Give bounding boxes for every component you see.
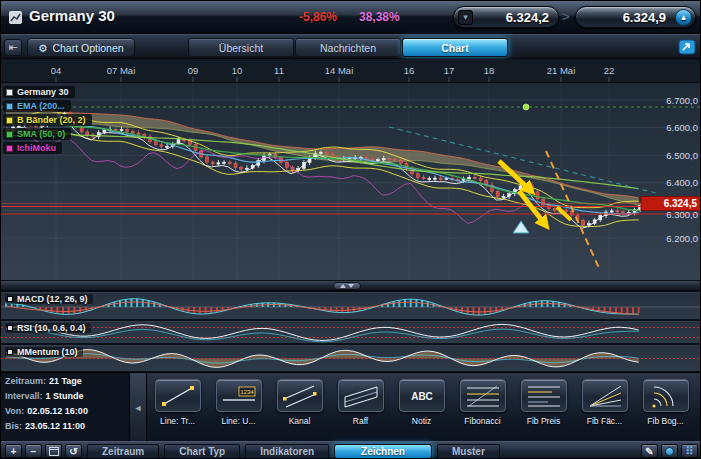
dots-grid-icon: ⠿: [685, 445, 693, 458]
svg-text:6.700,0: 6.700,0: [666, 95, 698, 106]
svg-text:07 Mai: 07 Mai: [107, 65, 136, 76]
range-info: Zeitraum:21 Tage Intervall:1 Stunde Von:…: [5, 376, 129, 436]
svg-text:6.500,0: 6.500,0: [666, 150, 698, 161]
tab-indikatoren[interactable]: Indikatoren: [245, 444, 329, 459]
tab-zeitraum[interactable]: Zeitraum: [87, 444, 159, 459]
minus-icon: −: [31, 446, 37, 457]
sell-price-button[interactable]: ▼ 6.324,2: [453, 6, 559, 28]
tab-uebersicht[interactable]: Übersicht: [188, 38, 294, 57]
rsi-panel[interactable]: RSI (10, 0.6, 0.4): [1, 320, 701, 343]
fib-fan-icon: [585, 383, 625, 409]
chart-legend: Germany 30 EMA (200... B Bänder (20, 2) …: [3, 86, 92, 154]
macd-panel[interactable]: MACD (12, 26, 9): [1, 291, 701, 319]
pencil-button[interactable]: ✎: [641, 444, 658, 458]
info-zeitraum: Zeitraum:21 Tage: [5, 376, 129, 391]
drawing-tools-strip: ◄ Line: Tr... 1234 Line: U...: [129, 373, 701, 442]
series-swatch: [6, 89, 13, 96]
svg-text:18: 18: [484, 65, 495, 76]
fibonacci-icon: [463, 383, 503, 409]
info-bis: Bis:23.05.12 11:00: [5, 421, 129, 436]
svg-text:22: 22: [604, 65, 615, 76]
tool-raff-channel[interactable]: Raff: [330, 373, 391, 442]
tool-fib-fan[interactable]: Fib Fäc...: [574, 373, 635, 442]
color-swatch-button[interactable]: [661, 444, 678, 458]
momentum-label: MMentum (10): [5, 347, 83, 357]
chart-canvas[interactable]: [1, 59, 701, 280]
svg-text:17: 17: [444, 65, 455, 76]
bottom-section: Zeitraum:21 Tage Intervall:1 Stunde Von:…: [1, 372, 701, 441]
buy-price-button[interactable]: 6.324,9 ▲: [575, 6, 696, 28]
chevron-down-icon: ▼: [458, 10, 473, 25]
info-intervall: Intervall:1 Stunde: [5, 391, 129, 406]
panel-divider[interactable]: [1, 280, 701, 291]
svg-text:6.324,5: 6.324,5: [664, 198, 698, 209]
calendar-button[interactable]: [45, 444, 62, 458]
level-line-icon: 1234: [219, 383, 259, 409]
chart-options-button[interactable]: ⚙ Chart Optionen: [27, 38, 135, 57]
fib-price-icon: [524, 383, 564, 409]
svg-text:04: 04: [51, 65, 62, 76]
popout-icon[interactable]: [678, 39, 696, 55]
scroll-left-icon: ◄: [134, 403, 143, 413]
refresh-button[interactable]: ↺: [65, 444, 82, 458]
tab-muster[interactable]: Muster: [437, 444, 500, 459]
gear-icon: ⚙: [38, 42, 47, 54]
info-von: Von:02.05.12 16:00: [5, 406, 129, 421]
legend-item-ema[interactable]: EMA (200...: [3, 100, 71, 112]
divider-handle[interactable]: [333, 282, 361, 290]
svg-text:21 Mai: 21 Mai: [547, 65, 576, 76]
change-percent: -5,86%: [299, 10, 337, 24]
legend-item-germany30[interactable]: Germany 30: [3, 86, 75, 98]
svg-text:6.600,0: 6.600,0: [666, 122, 698, 133]
collapse-panel-button[interactable]: ⇤: [4, 39, 22, 56]
arrow-down-icon: [348, 284, 354, 288]
legend-item-ichimoku[interactable]: IchiMoku: [3, 142, 62, 154]
note-abc-icon: ABC: [402, 383, 442, 409]
price-chart[interactable]: 04 07 Mai 09 10 11 14 Mai 16 17 18 21 Ma…: [1, 59, 701, 280]
bottom-bar: + − ↺ Zeitraum Chart Typ Indikatoren Zei…: [1, 441, 701, 459]
tab-chart-typ[interactable]: Chart Typ: [164, 444, 240, 459]
legend-item-bbands[interactable]: B Bänder (20, 2): [3, 114, 92, 126]
tab-chart[interactable]: Chart: [402, 38, 508, 57]
tool-fib-arcs[interactable]: Fib Bog...: [635, 373, 696, 442]
svg-text:16: 16: [404, 65, 415, 76]
tab-zeichnen[interactable]: Zeichnen: [334, 444, 432, 459]
grip-button[interactable]: ⠿: [681, 444, 698, 458]
instrument-icon: [8, 9, 25, 26]
svg-text:09: 09: [188, 65, 199, 76]
view-tabs: Übersicht Nachrichten Chart: [188, 38, 508, 57]
tool-channel[interactable]: Kanal: [269, 373, 330, 442]
page-title: Germany 30: [29, 7, 115, 24]
svg-text:6.200,0: 6.200,0: [666, 233, 698, 244]
header: Germany 30 -5,86% 38,38% ▼ 6.324,2 > 6.3…: [1, 1, 701, 34]
buy-price: 6.324,9: [576, 10, 666, 25]
tool-trend-line[interactable]: Line: Tr...: [147, 373, 208, 442]
tool-horizontal-line[interactable]: 1234 Line: U...: [208, 373, 269, 442]
arrow-up-icon: ▲: [675, 9, 692, 26]
tool-fib-price[interactable]: Fib Preis: [513, 373, 574, 442]
indicator-swatch-icon: [7, 325, 13, 331]
tool-fibonacci[interactable]: Fibonacci: [452, 373, 513, 442]
zoom-out-button[interactable]: −: [25, 444, 42, 458]
tab-nachrichten[interactable]: Nachrichten: [295, 38, 401, 57]
rsi-label: RSI (10, 0.6, 0.4): [5, 323, 91, 333]
calendar-icon: [49, 446, 59, 456]
svg-text:1234: 1234: [240, 389, 254, 395]
series-swatch: [6, 103, 13, 110]
zoom-in-button[interactable]: +: [5, 444, 22, 458]
tool-note[interactable]: ABC Notiz: [391, 373, 452, 442]
collapse-left-icon: ⇤: [8, 41, 17, 54]
trend-line-icon: [158, 383, 198, 409]
svg-text:11: 11: [274, 65, 284, 76]
raff-channel-icon: [341, 383, 381, 409]
refresh-icon: ↺: [69, 446, 77, 457]
channel-icon: [280, 383, 320, 409]
svg-text:10: 10: [232, 65, 243, 76]
legend-item-sma[interactable]: SMA (50, 0): [3, 128, 71, 140]
momentum-panel[interactable]: MMentum (10): [1, 344, 701, 371]
chevron-right-icon: >: [562, 9, 570, 24]
series-swatch: [6, 145, 13, 152]
indicator-swatch-icon: [7, 349, 13, 355]
scroll-left-button[interactable]: ◄: [130, 373, 147, 442]
sell-price: 6.324,2: [473, 10, 549, 25]
